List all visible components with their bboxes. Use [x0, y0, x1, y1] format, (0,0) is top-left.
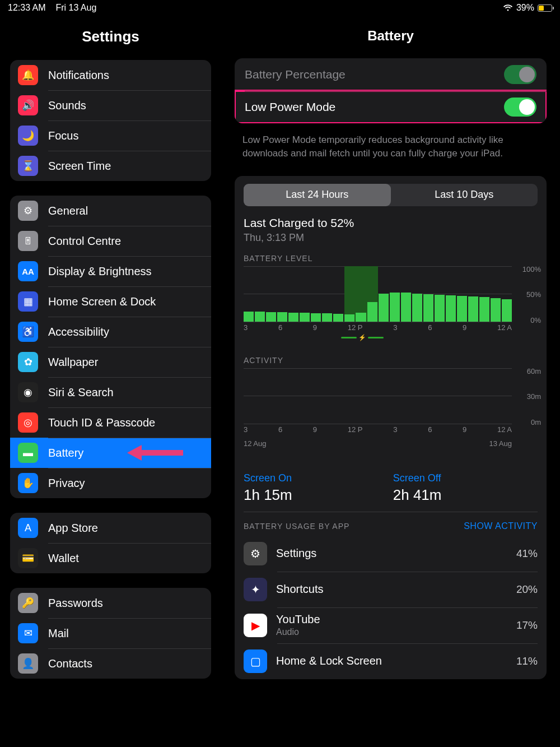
siri-icon: ◉: [18, 382, 38, 402]
bell-icon: 🔔: [18, 65, 38, 85]
sidebar-item-homescreen[interactable]: ▦Home Screen & Dock: [10, 286, 211, 317]
sidebar-item-label: Wallpaper: [48, 356, 98, 369]
sidebar-item-notifications[interactable]: 🔔Notifications: [10, 60, 211, 90]
app-icon: ▢: [244, 649, 267, 673]
mail-icon: ✉: [18, 623, 38, 643]
sidebar-item-controlcentre[interactable]: 🎚Control Centre: [10, 226, 211, 256]
statusbar: 12:33 AM Fri 13 Aug 39%: [0, 0, 560, 16]
usage-row[interactable]: ⚙Settings41%: [244, 536, 538, 572]
status-date: Fri 13 Aug: [55, 3, 96, 12]
hand-icon: ✋: [18, 473, 38, 493]
sidebar-item-label: Display & Brightness: [48, 265, 152, 278]
battery-level-label: BATTERY LEVEL: [244, 254, 538, 266]
usage-header: BATTERY USAGE BY APP SHOW ACTIVITY: [244, 512, 538, 536]
screen-stats: Screen On 1h 15m Screen Off 2h 41m: [244, 462, 538, 512]
last-charged-title: Last Charged to 52%: [244, 214, 538, 230]
screen-off-stat: Screen Off 2h 41m: [393, 472, 442, 504]
status-battery-percent: 39%: [516, 3, 534, 13]
sidebar-item-label: Focus: [48, 129, 78, 142]
sidebar-item-label: Contacts: [48, 657, 92, 670]
sidebar-item-privacy[interactable]: ✋Privacy: [10, 468, 211, 498]
app-pct: 20%: [516, 583, 538, 596]
app-name: YouTube: [276, 613, 516, 626]
toggle-battery-percentage[interactable]: [504, 65, 536, 84]
app-pct: 41%: [516, 548, 538, 560]
battery-level-chart: 100%50%0%36912 P36912 A⚡: [244, 266, 538, 333]
setting-row-low-power-mode: Low Power Mode: [235, 91, 547, 123]
usage-row[interactable]: ▶YouTubeAudio17%: [244, 607, 538, 643]
charging-indicator-icon: ⚡: [244, 334, 512, 341]
appstore-icon: A: [18, 518, 38, 538]
sidebar-item-wallpaper[interactable]: ✿Wallpaper: [10, 347, 211, 377]
sidebar-item-siri[interactable]: ◉Siri & Search: [10, 377, 211, 407]
app-pct: 11%: [516, 655, 538, 667]
app-icon: ⚙: [244, 542, 267, 565]
key-icon: 🔑: [18, 593, 38, 613]
setting-label: Battery Percentage: [245, 68, 346, 81]
activity-label: ACTIVITY: [244, 356, 538, 368]
sidebar-item-display[interactable]: AADisplay & Brightness: [10, 256, 211, 286]
grid-icon: ▦: [18, 291, 38, 312]
status-time: 12:33 AM: [8, 3, 46, 12]
flower-icon: ✿: [18, 352, 38, 372]
arrow-annotation: [127, 446, 183, 460]
app-name: Shortcuts: [276, 583, 516, 596]
sidebar-item-battery[interactable]: ▬Battery: [10, 438, 211, 468]
moon-icon: 🌙: [18, 126, 38, 146]
low-power-footnote: Low Power Mode temporarily reduces backg…: [221, 130, 560, 170]
sidebar-item-label: Wallet: [48, 552, 79, 565]
sidebar-item-label: Siri & Search: [48, 386, 114, 399]
sidebar-item-label: Control Centre: [48, 235, 121, 248]
sidebar-item-screentime[interactable]: ⌛Screen Time: [10, 151, 211, 181]
sidebar-item-label: Touch ID & Passcode: [48, 416, 155, 429]
sidebar-item-contacts[interactable]: 👤Contacts: [10, 648, 211, 679]
time-range-segmented[interactable]: Last 24 Hours Last 10 Days: [244, 184, 538, 206]
sidebar-item-label: Sounds: [48, 99, 86, 112]
battery-stats-card: Last 24 Hours Last 10 Days Last Charged …: [235, 176, 547, 679]
app-icon: ✦: [244, 578, 267, 601]
usage-row[interactable]: ▢Home & Lock Screen11%: [244, 643, 538, 679]
contacts-icon: 👤: [18, 653, 38, 674]
sidebar-item-mail[interactable]: ✉Mail: [10, 618, 211, 648]
sidebar: Settings 🔔Notifications🔊Sounds🌙Focus⌛Scr…: [0, 16, 221, 747]
gear-icon: ⚙: [18, 201, 38, 221]
app-name: Settings: [276, 547, 516, 560]
sidebar-item-label: App Store: [48, 522, 98, 535]
switches-icon: 🎚: [18, 231, 38, 251]
sidebar-item-focus[interactable]: 🌙Focus: [10, 120, 211, 151]
sidebar-item-label: Privacy: [48, 477, 85, 490]
activity-chart: 60m30m0m36912 P36912 A12 Aug13 Aug: [244, 368, 538, 435]
battery-icon: [538, 4, 552, 12]
segment-24h[interactable]: Last 24 Hours: [244, 184, 391, 206]
detail-title: Battery: [221, 16, 560, 58]
app-pct: 17%: [516, 619, 538, 632]
sidebar-item-label: Passwords: [48, 597, 103, 610]
setting-row-battery-percentage: Battery Percentage: [235, 58, 547, 91]
sidebar-item-label: Accessibility: [48, 326, 109, 338]
app-icon: ▶: [244, 614, 267, 637]
sidebar-item-touchid[interactable]: ◎Touch ID & Passcode: [10, 407, 211, 438]
sidebar-item-accessibility[interactable]: ♿Accessibility: [10, 317, 211, 347]
app-name: Home & Lock Screen: [276, 655, 516, 667]
sidebar-item-label: Notifications: [48, 69, 109, 82]
show-activity-link[interactable]: SHOW ACTIVITY: [464, 521, 538, 531]
setting-label: Low Power Mode: [245, 100, 335, 114]
sidebar-item-appstore[interactable]: AApp Store: [10, 513, 211, 543]
segment-10d[interactable]: Last 10 Days: [391, 184, 538, 206]
sidebar-item-general[interactable]: ⚙General: [10, 196, 211, 226]
last-charged-sub: Thu, 3:13 PM: [244, 230, 538, 254]
sidebar-item-label: General: [48, 205, 88, 217]
sidebar-item-passwords[interactable]: 🔑Passwords: [10, 588, 211, 618]
sidebar-item-wallet[interactable]: 💳Wallet: [10, 543, 211, 573]
toggle-low-power-mode[interactable]: [504, 98, 536, 117]
accessibility-icon: ♿: [18, 322, 38, 342]
sidebar-item-sounds[interactable]: 🔊Sounds: [10, 90, 211, 120]
battery-settings-card: Battery PercentageLow Power Mode: [235, 58, 547, 123]
sidebar-item-label: Screen Time: [48, 160, 111, 173]
wifi-icon: [503, 4, 513, 12]
aa-icon: AA: [18, 261, 38, 281]
hourglass-icon: ⌛: [18, 156, 38, 176]
battery-icon: ▬: [18, 443, 38, 463]
wallet-icon: 💳: [18, 548, 38, 568]
usage-row[interactable]: ✦Shortcuts20%: [244, 572, 538, 607]
